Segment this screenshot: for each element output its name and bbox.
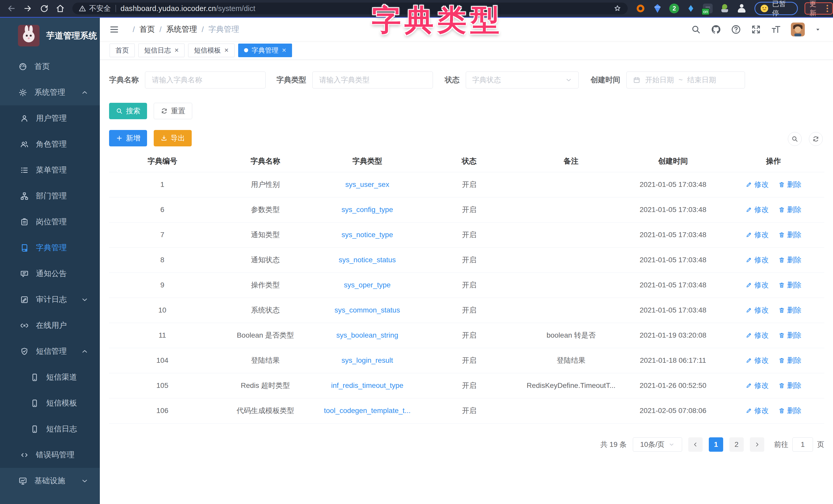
bookmark-star-icon[interactable] bbox=[613, 4, 622, 12]
sidebar-collapse-icon[interactable] bbox=[109, 24, 119, 34]
sidebar-menu-item[interactable]: 审计日志 bbox=[0, 286, 100, 312]
user-avatar[interactable] bbox=[791, 23, 805, 36]
sidebar-menu-item[interactable]: 短信管理 bbox=[0, 338, 100, 364]
sidebar-menu-item[interactable]: 用户管理 bbox=[0, 105, 100, 131]
extension-diamond-icon[interactable] bbox=[686, 3, 696, 14]
extension-person-icon[interactable] bbox=[737, 3, 747, 14]
tag-tab[interactable]: 首页 × bbox=[110, 44, 135, 57]
dict-type-link[interactable]: sys_user_sex bbox=[345, 180, 389, 188]
sidebar-menu-item[interactable]: 首页 bbox=[0, 54, 100, 79]
edit-link[interactable]: 修改 bbox=[745, 205, 768, 215]
delete-link[interactable]: 删除 bbox=[778, 305, 802, 315]
edit-link[interactable]: 修改 bbox=[745, 356, 768, 365]
date-range-picker[interactable]: 开始日期 ~ 结束日期 bbox=[626, 72, 745, 89]
app-logo-row[interactable]: 芋道管理系统 bbox=[0, 18, 100, 54]
extension-orange-icon[interactable] bbox=[636, 3, 646, 14]
sidebar-menu-item[interactable]: 菜单管理 bbox=[0, 157, 100, 183]
sidebar-menu-item[interactable]: 基础设施 bbox=[0, 468, 100, 494]
caret-down-icon[interactable] bbox=[814, 26, 821, 33]
sidebar-menu-item[interactable]: 字典管理 bbox=[0, 235, 100, 261]
next-page-button[interactable] bbox=[750, 437, 764, 452]
dict-type-link[interactable]: sys_notice_status bbox=[339, 256, 396, 264]
dict-type-link[interactable]: sys_login_result bbox=[341, 356, 393, 364]
address-bar[interactable]: 不安全 dashboard.yudao.iocoder.cn /system/d… bbox=[72, 3, 628, 14]
dict-type-field[interactable] bbox=[312, 72, 433, 89]
edit-link[interactable]: 修改 bbox=[745, 406, 768, 415]
sidebar-menu-item[interactable]: 部门管理 bbox=[0, 183, 100, 209]
dict-type-link[interactable]: sys_config_type bbox=[341, 206, 393, 213]
forward-icon[interactable] bbox=[23, 4, 32, 13]
delete-link[interactable]: 删除 bbox=[778, 330, 802, 340]
edit-link[interactable]: 修改 bbox=[745, 330, 768, 340]
sidebar-menu-item[interactable]: 短信渠道 bbox=[0, 364, 100, 390]
help-icon[interactable] bbox=[731, 24, 741, 34]
close-icon[interactable]: × bbox=[224, 47, 229, 54]
home-icon[interactable] bbox=[55, 4, 65, 13]
delete-link[interactable]: 删除 bbox=[778, 356, 802, 365]
delete-link[interactable]: 删除 bbox=[778, 180, 802, 190]
dict-name-input[interactable] bbox=[151, 76, 259, 84]
browser-menu-icon[interactable] bbox=[827, 5, 828, 12]
breadcrumb-item[interactable]: / 系统管理 bbox=[155, 24, 197, 34]
font-size-icon[interactable] bbox=[771, 24, 781, 34]
paused-extension-badge[interactable]: 已暂停 bbox=[755, 2, 798, 15]
dict-type-link[interactable]: sys_notice_type bbox=[341, 231, 393, 239]
export-button[interactable]: 导出 bbox=[154, 130, 192, 146]
back-icon[interactable] bbox=[7, 4, 16, 13]
edit-link[interactable]: 修改 bbox=[745, 180, 768, 190]
sidebar-menu-item[interactable]: 错误码管理 bbox=[0, 442, 100, 468]
prev-page-button[interactable] bbox=[688, 437, 703, 452]
delete-link[interactable]: 删除 bbox=[778, 381, 802, 390]
reload-icon[interactable] bbox=[39, 4, 49, 13]
page-number-button[interactable]: 2 bbox=[729, 437, 744, 452]
extension-list-icon[interactable]: on bbox=[703, 3, 713, 14]
dict-name-field[interactable] bbox=[145, 72, 266, 89]
delete-link[interactable]: 删除 bbox=[778, 406, 802, 415]
github-icon[interactable] bbox=[711, 24, 721, 34]
sidebar-menu-item[interactable]: 短信模板 bbox=[0, 390, 100, 416]
search-button[interactable]: 搜索 bbox=[109, 103, 147, 119]
dict-type-link[interactable]: sys_boolean_string bbox=[336, 331, 398, 339]
dict-type-link[interactable]: sys_oper_type bbox=[344, 281, 390, 289]
fullscreen-icon[interactable] bbox=[751, 24, 761, 34]
sidebar-menu-item[interactable]: 角色管理 bbox=[0, 131, 100, 157]
edit-link[interactable]: 修改 bbox=[745, 280, 768, 290]
page-number-button[interactable]: 1 bbox=[709, 437, 723, 452]
breadcrumb-item[interactable]: / 首页 bbox=[128, 24, 155, 34]
extension-sprout-icon[interactable] bbox=[719, 3, 730, 14]
tag-tab[interactable]: 短信模板 × bbox=[188, 44, 234, 57]
security-label[interactable]: 不安全 bbox=[89, 4, 111, 13]
refresh-table-button[interactable] bbox=[809, 132, 823, 146]
sidebar-menu-item[interactable]: 通知公告 bbox=[0, 261, 100, 286]
dict-type-link[interactable]: inf_redis_timeout_type bbox=[331, 381, 403, 389]
status-select[interactable]: 字典状态 bbox=[466, 72, 579, 89]
browser-update-button[interactable]: 更新 bbox=[805, 2, 833, 15]
sidebar-menu-item[interactable]: 在线用户 bbox=[0, 312, 100, 338]
edit-link[interactable]: 修改 bbox=[745, 381, 768, 390]
delete-link[interactable]: 删除 bbox=[778, 255, 802, 265]
close-icon[interactable]: × bbox=[282, 47, 286, 54]
toggle-search-button[interactable] bbox=[788, 132, 802, 146]
reset-button[interactable]: 重置 bbox=[154, 103, 192, 119]
delete-link[interactable]: 删除 bbox=[778, 280, 802, 290]
delete-link[interactable]: 删除 bbox=[778, 205, 802, 215]
tag-tab[interactable]: 短信日志 × bbox=[138, 44, 185, 57]
edit-link[interactable]: 修改 bbox=[745, 230, 768, 240]
edit-link[interactable]: 修改 bbox=[745, 255, 768, 265]
dict-type-link[interactable]: tool_codegen_template_t... bbox=[324, 407, 411, 414]
sidebar-menu-item[interactable]: 短信日志 bbox=[0, 416, 100, 442]
add-button[interactable]: 新增 bbox=[109, 130, 147, 146]
breadcrumb-item[interactable]: / 字典管理 bbox=[197, 24, 239, 34]
sidebar-menu-item[interactable]: 岗位管理 bbox=[0, 209, 100, 235]
extension-gem-icon[interactable] bbox=[652, 3, 663, 14]
close-icon[interactable]: × bbox=[174, 47, 178, 54]
tag-tab[interactable]: 字典管理 × bbox=[238, 44, 292, 57]
page-size-select[interactable]: 10条/页 bbox=[633, 437, 682, 452]
delete-link[interactable]: 删除 bbox=[778, 230, 802, 240]
dict-type-input[interactable] bbox=[319, 76, 427, 84]
extension-green-icon[interactable]: 2 bbox=[669, 4, 679, 13]
dict-type-link[interactable]: sys_common_status bbox=[334, 306, 400, 314]
search-icon[interactable] bbox=[691, 24, 701, 34]
sidebar-menu-item[interactable]: 系统管理 bbox=[0, 79, 100, 105]
edit-link[interactable]: 修改 bbox=[745, 305, 768, 315]
